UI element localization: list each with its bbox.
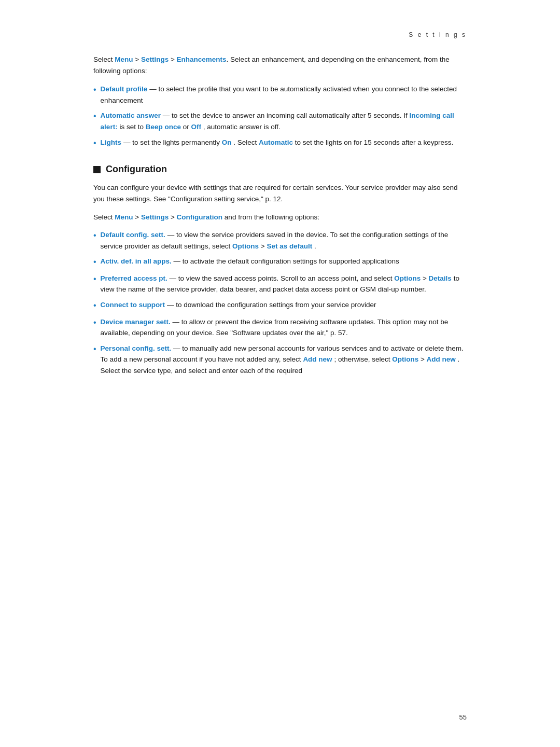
- page-number: 55: [459, 713, 467, 721]
- add-new-link1[interactable]: Add new: [303, 355, 332, 363]
- connect-to-support-text: — to download the configuration settings…: [167, 301, 376, 309]
- list-item: Default config. sett. — to view the serv…: [93, 229, 467, 252]
- list-item: Default profile — to select the profile …: [93, 84, 467, 106]
- default-config-link[interactable]: Default config. sett.: [101, 231, 165, 239]
- automatic-link[interactable]: Automatic: [259, 139, 293, 146]
- details-link[interactable]: Details: [429, 274, 452, 282]
- intro-arrow2: >: [169, 56, 176, 63]
- automatic-answer-text2: is set to: [119, 123, 145, 131]
- on-link[interactable]: On: [222, 139, 232, 146]
- menu-link[interactable]: Menu: [115, 56, 133, 63]
- default-profile-link[interactable]: Default profile: [101, 85, 148, 93]
- configuration-bullet-list: Default config. sett. — to view the serv…: [93, 229, 467, 377]
- configuration-body1: You can configure your device with setti…: [93, 182, 467, 205]
- personal-config-arrow: >: [421, 355, 427, 363]
- lights-text: — to set the lights permanently: [123, 139, 222, 146]
- automatic-answer-text3: or: [183, 123, 191, 131]
- default-profile-text: — to select the profile that you want to…: [101, 85, 457, 104]
- config-arrow2: >: [171, 213, 177, 221]
- enhancements-link[interactable]: Enhancements: [177, 56, 227, 63]
- config-configuration-link[interactable]: Configuration: [177, 213, 222, 221]
- lights-link[interactable]: Lights: [101, 139, 122, 146]
- automatic-answer-text: — to set the device to answer an incomin…: [163, 112, 410, 119]
- item-content: Default profile — to select the profile …: [101, 84, 467, 106]
- item-content: Preferred access pt. — to view the saved…: [101, 273, 467, 295]
- settings-link[interactable]: Settings: [141, 56, 169, 63]
- list-item: Activ. def. in all apps. — to activate t…: [93, 256, 467, 269]
- lights-text2: . Select: [233, 139, 259, 146]
- personal-config-text2: ; otherwise, select: [334, 355, 392, 363]
- lights-text3: to set the lights on for 15 seconds afte…: [295, 139, 453, 146]
- intro-paragraph: Select Menu > Settings > Enhancements. S…: [93, 54, 467, 76]
- preferred-access-arrow: >: [423, 274, 429, 282]
- options-link3[interactable]: Options: [392, 355, 418, 363]
- personal-config-link[interactable]: Personal config. sett.: [101, 344, 172, 352]
- list-item: Lights — to set the lights permanently O…: [93, 137, 467, 150]
- automatic-answer-link[interactable]: Automatic answer: [101, 112, 161, 119]
- configuration-body2: Select Menu > Settings > Configuration a…: [93, 212, 467, 223]
- item-content: Activ. def. in all apps. — to activate t…: [101, 256, 467, 267]
- enhancements-bullet-list: Default profile — to select the profile …: [93, 84, 467, 149]
- options-link1[interactable]: Options: [232, 242, 259, 250]
- preferred-access-text: — to view the saved access points. Scrol…: [169, 274, 394, 282]
- item-content: Personal config. sett. — to manually add…: [101, 343, 467, 377]
- config-menu-link[interactable]: Menu: [115, 213, 133, 221]
- list-item: Preferred access pt. — to view the saved…: [93, 273, 467, 295]
- list-item: Connect to support — to download the con…: [93, 299, 467, 312]
- add-new-link2[interactable]: Add new: [427, 355, 456, 363]
- automatic-answer-text4: , automatic answer is off.: [203, 123, 281, 131]
- config-body2-suffix: and from the following options:: [225, 213, 319, 221]
- preferred-access-link[interactable]: Preferred access pt.: [101, 274, 167, 282]
- page-header: S e t t i n g s: [93, 31, 467, 38]
- default-config-period: .: [314, 242, 316, 250]
- list-item: Personal config. sett. — to manually add…: [93, 343, 467, 377]
- activ-def-text: — to activate the default configuration …: [173, 257, 399, 265]
- item-content: Default config. sett. — to view the serv…: [101, 229, 467, 252]
- activ-def-link[interactable]: Activ. def. in all apps.: [101, 257, 172, 265]
- configuration-section-header: Configuration: [93, 164, 467, 175]
- page-container: S e t t i n g s Select Menu > Settings >…: [0, 0, 560, 747]
- item-content: Lights — to set the lights permanently O…: [101, 137, 467, 148]
- configuration-title: Configuration: [106, 164, 167, 175]
- options-link2[interactable]: Options: [394, 274, 421, 282]
- intro-text-prefix: Select: [93, 56, 115, 63]
- off-link[interactable]: Off: [191, 123, 201, 131]
- list-item: Automatic answer — to set the device to …: [93, 110, 467, 132]
- item-content: Connect to support — to download the con…: [101, 299, 467, 311]
- page-title: S e t t i n g s: [409, 31, 467, 38]
- config-settings-link[interactable]: Settings: [141, 213, 169, 221]
- intro-arrow1: >: [133, 56, 141, 63]
- config-arrow1: >: [135, 213, 141, 221]
- section-square-icon: [93, 166, 101, 173]
- set-as-default-link[interactable]: Set as default: [267, 242, 312, 250]
- config-body2-prefix: Select: [93, 213, 115, 221]
- default-config-arrow: >: [261, 242, 267, 250]
- list-item: Device manager sett. — to allow or preve…: [93, 316, 467, 339]
- item-content: Automatic answer — to set the device to …: [101, 110, 467, 132]
- beep-once-link[interactable]: Beep once: [146, 123, 181, 131]
- device-manager-link[interactable]: Device manager sett.: [101, 318, 171, 326]
- connect-to-support-link[interactable]: Connect to support: [101, 301, 165, 309]
- item-content: Device manager sett. — to allow or preve…: [101, 316, 467, 339]
